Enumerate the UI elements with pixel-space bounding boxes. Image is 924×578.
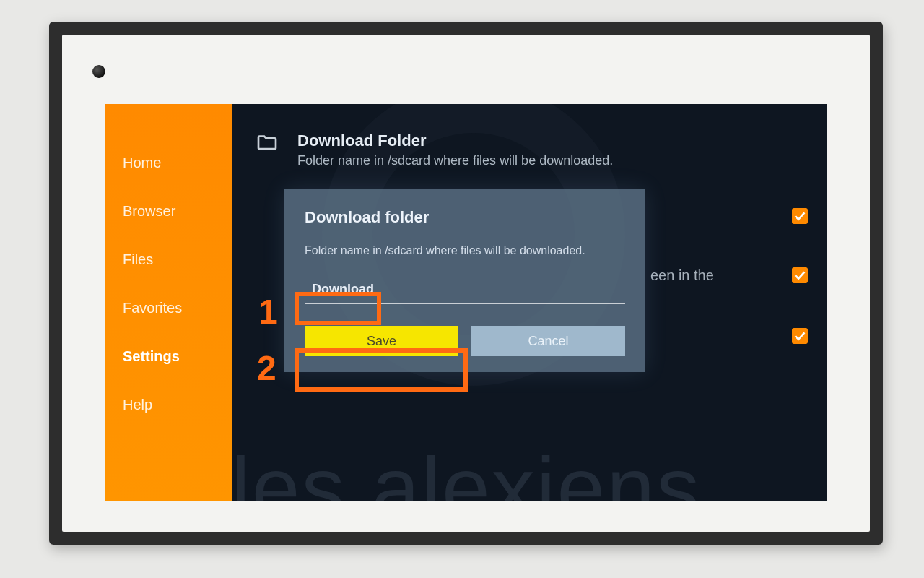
folder-name-input[interactable]: Download — [305, 279, 381, 300]
setting-row-download-folder[interactable]: Download Folder Folder name in /sdcard w… — [256, 131, 613, 168]
dialog-subtitle: Folder name in /sdcard where files will … — [305, 244, 625, 257]
sidebar-item-files[interactable]: Files — [105, 236, 232, 284]
device-bezel: Home Browser Files Favorites Settings He… — [62, 35, 870, 532]
folder-icon — [256, 131, 279, 158]
dialog-title: Download folder — [305, 208, 625, 227]
save-button[interactable]: Save — [305, 326, 458, 356]
background-text-fragment: een in the — [650, 266, 714, 285]
sidebar-item-browser[interactable]: Browser — [105, 187, 232, 236]
annotation-number-1: 1 — [258, 292, 278, 332]
cancel-button[interactable]: Cancel — [471, 326, 625, 356]
setting-row-text: Download Folder Folder name in /sdcard w… — [297, 131, 613, 168]
screen: Home Browser Files Favorites Settings He… — [105, 104, 827, 501]
setting-subtitle: Folder name in /sdcard where files will … — [297, 153, 613, 168]
setting-title: Download Folder — [297, 131, 613, 150]
input-underline — [305, 303, 625, 304]
dialog-buttons: Save Cancel — [305, 326, 625, 356]
checkbox-3[interactable] — [792, 328, 808, 344]
download-folder-dialog: Download folder Folder name in /sdcard w… — [284, 189, 645, 372]
sidebar-item-favorites[interactable]: Favorites — [105, 284, 232, 332]
sidebar-item-settings[interactable]: Settings — [105, 332, 232, 381]
checkbox-2[interactable] — [792, 267, 808, 283]
device-frame: Home Browser Files Favorites Settings He… — [49, 22, 883, 545]
sidebar-item-help[interactable]: Help — [105, 381, 232, 429]
sidebar-item-home[interactable]: Home — [105, 139, 232, 187]
dialog-input-row: Download — [305, 279, 625, 300]
annotation-number-2: 2 — [257, 348, 276, 388]
sidebar: Home Browser Files Favorites Settings He… — [105, 104, 232, 501]
camera-icon — [92, 65, 105, 78]
checkbox-1[interactable] — [792, 208, 808, 224]
